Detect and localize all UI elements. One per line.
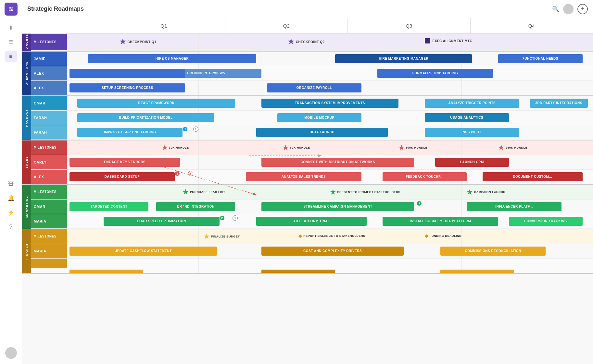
timeline-sales-milestones: ★ 30K HURDLE ★ 60K HURDLE ★ 100K HURDLE <box>67 140 593 155</box>
bar-analyze-sales-trends[interactable]: ANALYZE SALES TRENDS <box>246 172 361 181</box>
add-button[interactable]: + <box>577 4 588 14</box>
milestone-exec-alignment: EXEC ALIGNMENT MTG <box>425 38 473 43</box>
section-label-operations: OPERATIONS <box>22 52 31 95</box>
logo-icon: ≋ <box>8 5 14 13</box>
timeline-product-omar: REACT FRAMEWORK TRANSACTION SYSTEM IMPRO… <box>67 96 593 110</box>
sidebar-icon-help[interactable]: ? <box>5 221 17 233</box>
section-rows-targets: MILESTONES ★ CHECKPOINT Q1 <box>31 34 593 51</box>
bar-commissions-reconciliation[interactable]: COMMISSIONS RECONCILIATION <box>440 247 546 256</box>
bar-beta-launch[interactable]: BETA LAUNCH <box>256 128 388 137</box>
search-icon[interactable]: 🔍 <box>552 6 559 13</box>
row-operations-jamie: JAMIE HIRE CS MANAGER HIRE MARKETING MAN… <box>31 52 593 66</box>
row-finance-extra <box>31 259 593 273</box>
bar-influencer-plat[interactable]: INFLUENCER PLATF... <box>467 202 561 211</box>
section-rows-sales: MILESTONES ★ 30K HURDLE ★ 60K HUR <box>31 140 593 184</box>
section-label-finance: FINANCE <box>22 229 31 273</box>
milestone-100k: ★ 100K HURDLE <box>398 144 428 152</box>
person-label-marketing-maria: MARIA <box>31 214 67 228</box>
milestone-present-stakeholders: ★ PRESENT TO PROJECT STAKEHOLDERS <box>330 188 400 196</box>
bar-analyze-trigger-points[interactable]: ANALYZE TRIGGER POINTS <box>425 99 520 108</box>
timeline-product-farah1: BUILD PRIORITIZATION MODEL MOBILE MOCKUP… <box>67 111 593 125</box>
timeline-marketing-maria: LOAD SPEED OPTIMIZATION 2 1 AD PLATFORM … <box>67 214 593 228</box>
bar-launch-crm[interactable]: LAUNCH CRM <box>435 158 509 167</box>
bar-hire-cs-manager[interactable]: HIRE CS MANAGER <box>88 54 256 63</box>
bar-react-framework[interactable]: REACT FRAMEWORK <box>77 99 235 108</box>
bar-functional-needs[interactable]: FUNCTIONAL NEEDS <box>498 54 582 63</box>
bar-update-cashflow[interactable]: UPDATE CASHFLOW STATEMENT <box>69 247 217 256</box>
bar-targeted-content[interactable]: TARGETED CONTENT <box>69 202 148 211</box>
milestone-report-balance: ◆ REPORT BALANCE TO STAKEHOLDERS <box>298 233 365 238</box>
section-rows-marketing: MILESTONES ★ PURCHASE LEAD LIST ★ <box>31 185 593 229</box>
person-label-operations-alex2: ALEX <box>31 81 67 95</box>
bar-connect-distribution[interactable]: CONNECT WITH DISTRIBUTION NETWORKS <box>261 158 414 167</box>
sidebar-icon-image[interactable]: 🖼 <box>5 178 17 190</box>
bar-streamline-campaign[interactable]: STREAMLINE CAMPAIGN MANAGEMENT <box>261 202 414 211</box>
section-operations: OPERATIONS JAMIE HIRE CS MANAGER HIRE MA… <box>22 52 593 96</box>
person-label-finance-milestones: MILESTONES <box>31 229 67 244</box>
milestone-250k: ★ 250K HURDLE <box>498 144 527 152</box>
bar-setup-screening[interactable] <box>69 69 185 78</box>
person-label-marketing-omar: OMAR <box>31 200 67 214</box>
bar-setup-screening-process[interactable]: SETUP SCREENING PROCESS <box>69 83 185 92</box>
section-product: PRODUCT OMAR REACT FRAMEWORK TRANSACTION… <box>22 96 593 140</box>
bar-cost-complexity[interactable]: COST AND COMPLEXITY DRIVERS <box>261 247 403 256</box>
section-targets: TARGETS MILESTONES ★ C <box>22 34 593 52</box>
bar-build-prioritization[interactable]: BUILD PRIORITIZATION MODEL <box>77 113 214 122</box>
bar-ad-platform-trial[interactable]: AD PLATFORM TRIAL <box>256 217 367 226</box>
page-title: Strategic Roadmaps <box>27 6 552 12</box>
bar-3rd-party-integrations[interactable]: 3RD PARTY INTEGRATIONS <box>530 99 588 108</box>
bar-install-social-media[interactable]: INSTALL SOCIAL MEDIA PLATFORM <box>383 217 498 226</box>
person-label-farah2: FARAH <box>31 125 67 140</box>
badge-dash-1: 1 <box>188 171 193 176</box>
milestone-60k: ★ 60K HURDLE <box>283 144 310 152</box>
row-sales-milestones: MILESTONES ★ 30K HURDLE ★ 60K HUR <box>31 140 593 155</box>
person-label-farah: FARAH <box>31 111 67 125</box>
bar-brand-integration[interactable]: BRAND INTEGRATION <box>156 202 235 211</box>
milestone-funding-deadline: ◆ FUNDING DEADLINE <box>425 233 461 238</box>
section-marketing: MARKETING MILESTONES ★ PURCHASE LEAD LIS… <box>22 185 593 229</box>
bar-dashboard-setup[interactable]: DASHBOARD SETUP <box>69 172 175 181</box>
app-logo[interactable]: ≋ <box>5 3 18 16</box>
bar-improve-user-onboarding[interactable]: IMPROVE USER ONBOARDING <box>77 128 183 137</box>
bar-mobile-mockup[interactable]: MOBILE MOCKUP <box>277 113 361 122</box>
row-sales-carly: CARLY ENGAGE KEY VENDORS CONNECT WITH DI… <box>31 155 593 170</box>
bar-formalize-onboarding[interactable]: FORMALIZE ONBOARDING <box>377 69 493 78</box>
row-marketing-maria: MARIA LOAD SPEED OPTIMIZATION 2 1 AD PLA… <box>31 214 593 229</box>
bar-usage-analytics[interactable]: USAGE ANALYTICS <box>425 113 509 122</box>
topbar-actions: 🔍 + <box>552 4 588 14</box>
bar-transaction-system[interactable]: TRANSACTION SYSTEM IMPROVEMENTS <box>261 99 398 108</box>
sidebar-icon-list[interactable]: ☰ <box>5 36 17 48</box>
timeline-finance-extra <box>67 259 593 273</box>
sidebar-icon-download[interactable]: ⬇ <box>5 22 17 34</box>
section-rows-product: OMAR REACT FRAMEWORK TRANSACTION SYSTEM … <box>31 96 593 140</box>
timeline-operations-jamie: HIRE CS MANAGER HIRE MARKETING MANAGER F… <box>67 52 593 66</box>
row-product-farah2: FARAH IMPROVE USER ONBOARDING 1 1 BETA L… <box>31 125 593 140</box>
user-avatar-top[interactable] <box>563 4 574 14</box>
sidebar-icon-bolt[interactable]: ⚡ <box>5 207 17 218</box>
bar-document-custom[interactable]: DOCUMENT CUSTOM... <box>483 172 583 181</box>
row-product-farah1: FARAH BUILD PRIORITIZATION MODEL MOBILE … <box>31 111 593 125</box>
sidebar-icon-roadmap[interactable]: ≡ <box>5 51 17 62</box>
badge-load-2: 2 <box>220 215 225 221</box>
bar-conversion-tracking[interactable]: CONVERSION TRACKING <box>509 217 583 226</box>
timeline-sales-carly: ENGAGE KEY VENDORS CONNECT WITH DISTRIBU… <box>67 155 593 169</box>
bar-nps-pilot[interactable]: NPS PILOT <box>425 128 520 137</box>
bar-load-speed[interactable]: LOAD SPEED OPTIMIZATION <box>104 217 219 226</box>
milestone-checkpoint-q2: ★ CHECKPOINT Q2 <box>288 38 324 46</box>
sidebar-icon-bell[interactable]: 🔔 <box>5 192 17 204</box>
bar-feedback-touchp[interactable]: FEEDBACK TOUCHP... <box>383 172 467 181</box>
topbar: Strategic Roadmaps 🔍 + <box>22 0 593 18</box>
quarter-headers: Q1 Q2 Q3 Q4 <box>22 18 593 34</box>
user-avatar[interactable] <box>5 347 17 359</box>
bar-engage-key-vendors[interactable]: ENGAGE KEY VENDORS <box>69 158 180 167</box>
milestone-checkpoint-q1: ★ CHECKPOINT Q1 <box>120 38 156 46</box>
bar-hire-marketing-manager[interactable]: HIRE MARKETING MANAGER <box>335 54 472 63</box>
row-operations-alex: ALEX 1ST ROUND INTERVIEWS FORMALIZE ONBO… <box>31 66 593 81</box>
person-label-carly: CARLY <box>31 155 67 169</box>
row-marketing-milestones: MILESTONES ★ PURCHASE LEAD LIST ★ <box>31 185 593 200</box>
section-label-marketing: MARKETING <box>22 185 31 229</box>
row-sales-alex: ALEX DASHBOARD SETUP 2 1 ANALYZE SALES T… <box>31 170 593 184</box>
badge-1: 1 <box>183 127 188 132</box>
row-finance-maria: MARIA UPDATE CASHFLOW STATEMENT COST AND… <box>31 244 593 259</box>
bar-organize-payroll[interactable]: ORGANIZE PAYROLL <box>267 83 362 92</box>
